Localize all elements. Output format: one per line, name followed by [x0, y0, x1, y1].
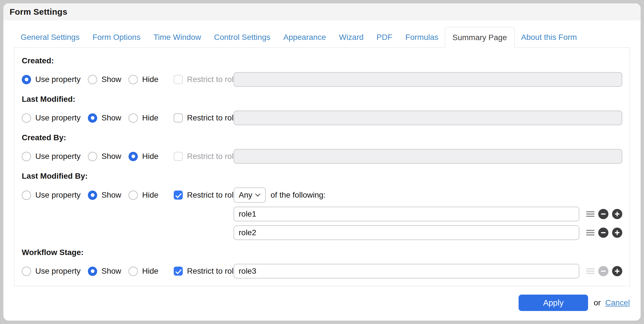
role-input[interactable]	[234, 225, 579, 240]
tab-summary-page[interactable]: Summary Page	[445, 27, 515, 48]
radio-option-show[interactable]: Show	[88, 75, 121, 84]
tab-wizard[interactable]: Wizard	[332, 27, 370, 47]
field-controls: Use property Show Hide Restrict to	[22, 111, 234, 125]
radio-use-property[interactable]	[22, 113, 31, 123]
radio-use-property[interactable]	[22, 191, 31, 200]
field-controls: Use property Show Hide Restrict to	[22, 149, 234, 164]
role-row-actions	[586, 266, 622, 276]
radio-label: Use property	[35, 75, 80, 84]
role-row	[234, 264, 622, 278]
radio-option-use-property[interactable]: Use property	[22, 113, 80, 123]
radio-option-use-property[interactable]: Use property	[22, 152, 80, 161]
radio-label: Hide	[142, 75, 158, 84]
radio-option-hide[interactable]: Hide	[129, 152, 158, 161]
match-line: Any of the following:	[234, 187, 622, 203]
radio-show[interactable]	[88, 75, 97, 84]
field-created: Created: Use property Show H	[22, 55, 622, 87]
remove-role-button[interactable]	[598, 209, 608, 219]
role-input-disabled	[234, 111, 622, 125]
radio-label: Use property	[35, 113, 80, 122]
radio-hide[interactable]	[129, 152, 138, 161]
radio-hide[interactable]	[129, 113, 138, 123]
radio-use-property[interactable]	[22, 152, 31, 161]
role-row	[234, 225, 622, 240]
match-suffix-text: of the following:	[271, 191, 326, 200]
radio-option-hide[interactable]: Hide	[129, 191, 158, 200]
radio-show[interactable]	[88, 267, 97, 276]
role-input[interactable]	[234, 207, 579, 221]
field-last-modified: Last Modified: Use property Show	[22, 94, 622, 125]
field-controls: Use property Show Hide Restrict to	[22, 72, 234, 87]
radio-option-use-property[interactable]: Use property	[22, 191, 80, 200]
remove-role-button	[598, 266, 608, 276]
radio-option-hide[interactable]: Hide	[129, 75, 158, 84]
checkbox-label: Restrict to role	[187, 267, 238, 276]
checkbox-label: Restrict to role	[187, 75, 238, 84]
match-select-value: Any	[239, 191, 252, 200]
remove-role-button[interactable]	[598, 228, 608, 238]
radio-show[interactable]	[88, 191, 97, 200]
tab-control-settings[interactable]: Control Settings	[208, 27, 277, 47]
checkbox-option-restrict-to-role[interactable]: Restrict to role	[174, 113, 238, 122]
radio-hide[interactable]	[129, 191, 138, 200]
radio-option-show[interactable]: Show	[88, 152, 121, 161]
restrict-to-role-checkbox[interactable]	[174, 267, 183, 276]
tab-form-options[interactable]: Form Options	[86, 27, 147, 47]
add-role-button[interactable]	[612, 209, 622, 219]
field-label-created: Created:	[22, 55, 622, 66]
add-role-button[interactable]	[612, 266, 622, 276]
radio-hide[interactable]	[129, 75, 138, 84]
radio-option-show[interactable]: Show	[88, 191, 121, 200]
apply-button[interactable]: Apply	[519, 295, 588, 311]
add-role-button[interactable]	[612, 228, 622, 238]
field-last-modified-by: Last Modified By: Use property Show	[22, 170, 622, 240]
radio-label: Use property	[35, 152, 80, 161]
role-row-actions	[586, 209, 622, 219]
page-title: Form Settings	[10, 7, 67, 17]
radio-label: Use property	[35, 267, 80, 276]
drag-handle-icon[interactable]	[586, 211, 595, 217]
radio-option-hide[interactable]: Hide	[129, 113, 158, 123]
tab-about-this-form[interactable]: About this Form	[515, 27, 584, 47]
dialog-footer: Apply or Cancel	[14, 295, 630, 311]
radio-option-hide[interactable]: Hide	[129, 267, 158, 276]
tab-formulas[interactable]: Formulas	[399, 27, 445, 47]
field-controls: Use property Show Hide Restrict to	[22, 264, 234, 278]
restrict-to-role-checkbox[interactable]	[174, 113, 183, 122]
radio-label: Show	[101, 152, 121, 161]
tab-time-window[interactable]: Time Window	[147, 27, 208, 47]
checkbox-option-restrict-to-role[interactable]: Restrict to role	[174, 267, 238, 276]
drag-handle-icon	[586, 268, 595, 274]
restrict-roles-editor: Any of the following:	[234, 187, 622, 240]
restrict-to-role-checkbox[interactable]	[174, 191, 183, 200]
radio-hide[interactable]	[129, 267, 138, 276]
radio-option-show[interactable]: Show	[88, 267, 121, 276]
radio-use-property[interactable]	[22, 267, 31, 276]
drag-handle-icon[interactable]	[586, 230, 595, 236]
match-select[interactable]: Any	[234, 187, 266, 203]
field-label-workflow-stage: Workflow Stage:	[22, 247, 622, 258]
tab-general-settings[interactable]: General Settings	[14, 27, 86, 47]
radio-option-use-property[interactable]: Use property	[22, 267, 80, 276]
radio-show[interactable]	[88, 113, 97, 123]
field-label-last-modified: Last Modified:	[22, 94, 622, 105]
checkbox-option-restrict-to-role[interactable]: Restrict to role	[174, 191, 238, 200]
checkbox-label: Restrict to role	[187, 152, 238, 161]
radio-option-show[interactable]: Show	[88, 113, 121, 123]
restrict-to-role-checkbox	[174, 152, 183, 161]
role-input-disabled	[234, 149, 622, 164]
tab-appearance[interactable]: Appearance	[277, 27, 332, 47]
radio-label: Hide	[142, 267, 158, 276]
chevron-down-icon	[255, 191, 260, 196]
role-row	[234, 207, 622, 221]
form-settings-dialog: Form Settings General Settings Form Opti…	[3, 3, 641, 321]
role-row-actions	[586, 228, 622, 238]
radio-label: Use property	[35, 191, 80, 200]
radio-use-property[interactable]	[22, 75, 31, 84]
radio-label: Show	[101, 75, 121, 84]
cancel-link[interactable]: Cancel	[605, 298, 630, 307]
radio-option-use-property[interactable]: Use property	[22, 75, 80, 84]
role-input[interactable]	[234, 264, 579, 278]
tab-pdf[interactable]: PDF	[370, 27, 399, 47]
radio-show[interactable]	[88, 152, 97, 161]
